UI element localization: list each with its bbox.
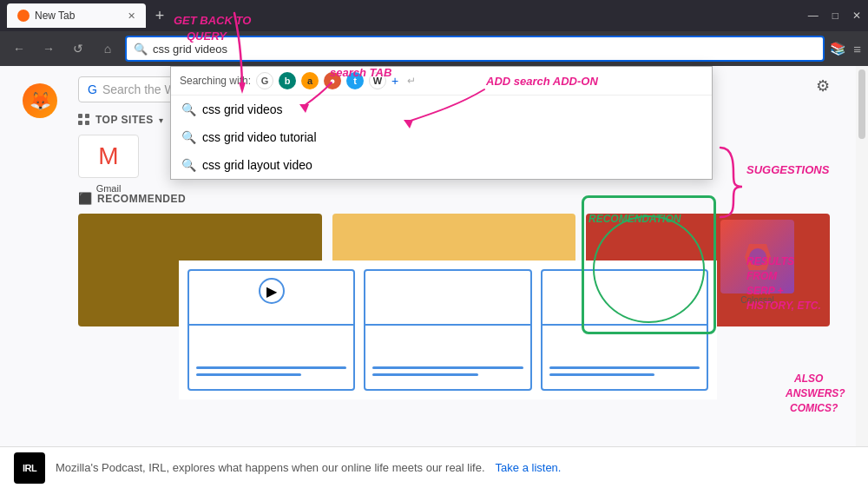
suggestion-text-1: css grid videos [202,102,283,116]
scrollbar[interactable] [856,66,868,488]
firefox-favicon [17,10,30,22]
card-divider-1 [189,324,353,326]
card-lines-2 [372,366,523,380]
footer-bar: IRL Mozilla's Podcast, IRL, explores wha… [0,446,868,488]
address-bar[interactable]: 🔍 css grid videos [125,36,825,62]
twitter-engine-btn[interactable]: t [346,72,364,89]
nav-right-buttons: 📚 ≡ [830,41,861,56]
address-search-icon: 🔍 [134,43,148,56]
search-placeholder: Search the W [102,82,176,96]
pocket-icon: ⬛ [78,192,92,205]
recommended-header: ⬛ RECOMMENDED [78,192,830,205]
address-text: css grid videos [153,43,227,56]
close-button[interactable]: ✕ [852,10,861,22]
card-lines-3 [549,366,700,380]
maximize-button[interactable]: □ [832,10,838,22]
add-engine-btn[interactable]: + [391,74,398,88]
tab-close-button[interactable]: ✕ [128,10,135,22]
new-tab-button[interactable]: + [149,5,170,26]
recommended-label: RECOMMENDED [97,193,186,205]
extensions-icon[interactable]: 📚 [830,41,846,56]
suggestion-search-icon-1: 🔍 [181,102,195,116]
wireframe-card-1: ▶ [187,269,355,391]
navigation-bar: ← → ↺ ⌂ 🔍 css grid videos 📚 ≡ [0,31,868,66]
footer-description: Mozilla's Podcast, IRL, explores what ha… [56,461,485,474]
card-divider-2 [365,324,529,326]
settings-icon[interactable]: ⚙ [816,76,830,96]
wireframe-card-2 [364,269,531,391]
ddg-engine-btn[interactable]: ● [324,72,341,89]
top-sites-grid: M Gmail [78,135,163,194]
suggestion-item-3[interactable]: 🔍 css grid layout video [171,151,712,179]
google-engine-btn[interactable]: G [256,72,273,89]
play-icon: ▶ [259,278,285,304]
line-4 [372,373,477,376]
window-controls: — □ ✕ [808,10,861,22]
refresh-button[interactable]: ↺ [66,36,90,61]
top-sites-header: TOP SITES ▾ [78,114,163,126]
browser-window: New Tab ✕ + — □ ✕ ← → ↺ ⌂ 🔍 css grid vid… [0,0,868,66]
amazon-engine-btn[interactable]: a [301,72,319,89]
top-sites-section: TOP SITES ▾ M Gmail [78,114,163,194]
firefox-logo: 🦊 [23,83,57,118]
colossal-label: Colossal [720,295,794,305]
active-tab[interactable]: New Tab ✕ [7,3,146,28]
searching-with-label: Searching with: [180,75,251,87]
suggestion-search-icon-3: 🔍 [181,158,195,172]
card-lines-1 [196,366,346,380]
top-site-gmail[interactable]: M Gmail [78,135,139,194]
home-button[interactable]: ⌂ [95,36,120,61]
scrollbar-thumb[interactable] [858,69,865,139]
gmail-icon: M [98,142,118,170]
minimize-button[interactable]: — [808,10,819,22]
line-5 [549,366,700,369]
green-rec-inner-circle [593,215,705,323]
menu-icon[interactable]: ≡ [853,42,861,56]
suggestion-item-2[interactable]: 🔍 css grid video tutorial [171,123,712,151]
line-2 [196,373,301,376]
gmail-thumbnail: M [78,135,139,178]
footer-link[interactable]: Take a listen. [496,461,562,474]
svg-point-1 [749,248,766,266]
line-3 [372,366,523,369]
search-engines-bar: Searching with: G b a ● t W + ↵ [171,67,712,96]
top-sites-label: TOP SITES [95,114,154,126]
arrow-icon: ↵ [407,75,416,87]
suggestion-search-icon-2: 🔍 [181,130,195,144]
top-sites-chevron[interactable]: ▾ [159,115,163,125]
bing-engine-btn[interactable]: b [279,72,296,89]
colossal-thumbnail[interactable] [720,220,794,293]
forward-button[interactable]: → [36,36,61,61]
tab-bar: New Tab ✕ + — □ ✕ [0,0,868,31]
tab-title: New Tab [35,10,75,22]
suggestion-item-1[interactable]: 🔍 css grid videos [171,96,712,123]
firefox-logo-area: 🦊 [23,83,62,123]
green-rec-sketch [582,195,716,334]
line-6 [549,373,654,376]
line-1 [196,366,346,369]
wikipedia-engine-btn[interactable]: W [369,72,386,89]
suggestion-text-3: css grid layout video [202,158,312,172]
suggestion-text-2: css grid video tutorial [202,130,317,144]
top-sites-grid-icon [78,114,90,126]
google-icon: G [88,82,97,96]
back-button[interactable]: ← [7,36,31,61]
autocomplete-dropdown: Searching with: G b a ● t W + ↵ 🔍 css gr… [170,66,713,180]
irl-logo: IRL [14,452,45,484]
